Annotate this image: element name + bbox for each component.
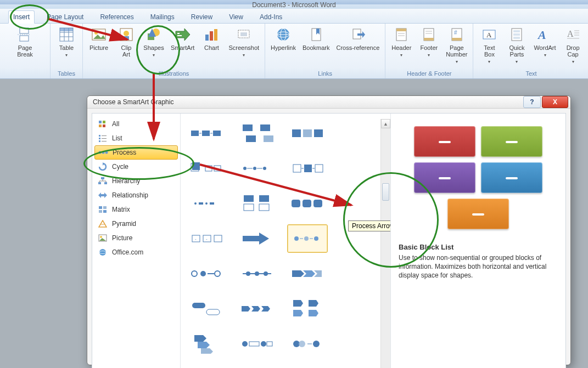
category-all[interactable]: All [92,117,180,131]
svg-rect-111 [244,204,254,211]
screenshot-button[interactable]: Screenshot▾ [227,25,260,59]
category-office[interactable]: Office.com [92,245,180,259]
quickparts-button[interactable]: Quick Parts▾ [505,25,528,66]
ribbon-tabs: Insert Page Layout References Mailings R… [0,9,588,24]
smartart-thumb[interactable] [186,295,227,323]
category-cycle[interactable]: Cycle [92,160,180,174]
smartart-thumb[interactable] [287,259,328,288]
group-links-label: Links [270,70,380,78]
smartart-thumb[interactable] [186,154,227,183]
category-picture[interactable]: Picture [92,231,180,245]
scroll-thumb[interactable] [382,183,389,201]
svg-text:-: - [195,236,197,241]
smartart-thumb[interactable] [237,119,277,148]
bookmark-button[interactable]: Bookmark [301,25,331,52]
smartart-thumb[interactable] [186,119,227,148]
svg-point-102 [263,167,266,170]
category-matrix[interactable]: Matrix [92,202,180,217]
scroll-up[interactable]: ▲ [381,119,390,128]
page-break-button[interactable]: Page Break [14,25,37,59]
svg-point-100 [253,167,256,170]
smartart-thumb[interactable] [237,259,277,288]
svg-rect-104 [304,165,312,172]
svg-rect-133 [206,309,220,315]
svg-rect-17 [177,35,182,36]
category-hierarchy[interactable]: Hierarchy [92,174,180,188]
tab-page-layout[interactable]: Page Layout [42,11,88,23]
smartart-thumb[interactable] [287,295,328,323]
smartart-thumb[interactable] [287,189,328,218]
smartart-thumb[interactable] [186,330,227,358]
smartart-thumb[interactable] [186,259,227,288]
hyperlink-button[interactable]: Hyperlink [270,25,297,52]
svg-rect-114 [292,200,300,207]
smartart-thumb[interactable] [287,365,328,368]
group-tables-partial [24,77,46,78]
svg-rect-44 [513,33,520,36]
tab-references[interactable]: References [96,11,138,23]
group-tables-label: Tables [55,70,78,78]
picture-button[interactable]: Picture [87,25,110,52]
header-button[interactable]: Header▾ [390,25,413,59]
svg-point-127 [215,271,220,276]
dialog-titlebar[interactable]: Choose a SmartArt Graphic ? X [87,96,570,109]
dropcap-button[interactable]: ADrop Cap▾ [562,25,585,66]
svg-rect-75 [99,206,102,209]
table-button[interactable]: Table▾ [55,25,78,59]
smartart-thumb[interactable] [237,224,277,253]
svg-point-10 [94,31,98,35]
shapes-button[interactable]: Shapes▾ [142,25,165,59]
tab-mailings[interactable]: Mailings [146,11,179,23]
crossref-button[interactable]: Cross-reference [335,25,380,52]
smartart-thumb-selected[interactable] [287,224,328,253]
clipart-button[interactable]: Clip Art [115,25,138,59]
scrollbar[interactable]: ▲ ▼ [380,119,390,368]
smartart-thumb[interactable] [237,189,277,218]
svg-point-136 [261,341,266,347]
tab-insert[interactable]: Insert [8,10,35,24]
category-list[interactable]: List [92,131,180,145]
svg-point-139 [299,341,305,347]
category-pyramid[interactable]: Pyramid [92,217,180,231]
smartart-button[interactable]: SmartArt [170,25,195,52]
smartart-thumb[interactable] [237,330,277,358]
pagenumber-icon: # [448,26,466,43]
smartart-thumb[interactable] [287,330,328,358]
smartart-thumb[interactable] [237,295,277,323]
category-process[interactable]: Process [94,145,178,160]
svg-rect-20 [214,29,217,41]
tab-addins[interactable]: Add-Ins [255,11,287,23]
wordart-button[interactable]: AWordArt▾ [533,25,557,59]
svg-rect-112 [259,195,269,202]
footer-icon [420,26,438,43]
svg-rect-88 [246,135,256,142]
smartart-thumb[interactable] [287,119,328,148]
smartart-thumb[interactable] [287,154,328,183]
scroll-track[interactable] [381,128,390,368]
pagenumber-button[interactable]: #Page Number▾ [445,25,468,66]
svg-point-125 [192,271,197,276]
svg-rect-16 [177,33,180,34]
page-break-icon [16,26,34,43]
footer-button[interactable]: Footer▾ [417,25,440,59]
svg-rect-103 [293,165,301,172]
preview-block [447,199,509,229]
smartart-thumb[interactable] [237,365,277,368]
close-button[interactable]: X [542,96,568,108]
category-relationship[interactable]: Relationship [92,188,180,202]
svg-rect-60 [102,135,107,136]
smartart-thumb[interactable] [186,365,227,368]
textbox-button[interactable]: AText Box▾ [478,25,501,66]
screenshot-icon [235,26,253,43]
svg-point-130 [255,271,259,276]
help-button[interactable]: ? [523,96,541,108]
svg-rect-30 [396,29,406,31]
smartart-thumb[interactable] [186,189,227,218]
svg-rect-91 [292,129,301,137]
svg-rect-95 [192,162,200,170]
tab-view[interactable]: View [225,11,248,23]
smartart-thumb[interactable]: -- [186,224,227,253]
smartart-thumb[interactable] [237,154,277,183]
tab-review[interactable]: Review [187,11,217,23]
chart-button[interactable]: Chart [200,25,223,52]
